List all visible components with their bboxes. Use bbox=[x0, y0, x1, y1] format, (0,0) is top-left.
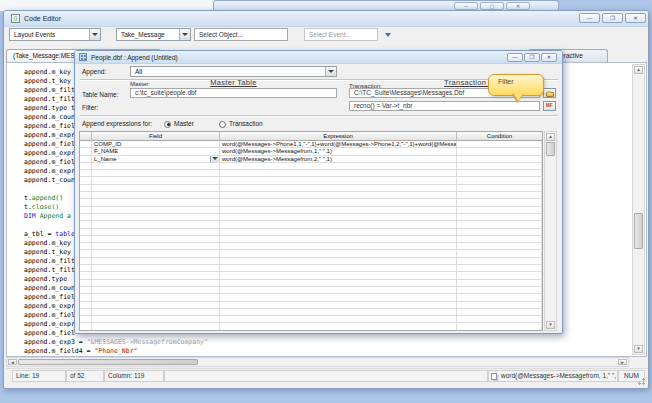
grid-cell-field[interactable] bbox=[92, 199, 220, 206]
grid-cell-condition[interactable] bbox=[457, 170, 542, 177]
minimize-button[interactable]: — bbox=[579, 13, 600, 23]
grid-cell-condition[interactable] bbox=[457, 192, 542, 199]
grid-cell-condition[interactable] bbox=[457, 287, 542, 294]
append-mode-combo[interactable]: All bbox=[130, 66, 337, 77]
table-row[interactable] bbox=[80, 170, 542, 177]
grid-cell-marker[interactable] bbox=[80, 258, 92, 265]
chevron-down-icon[interactable] bbox=[179, 29, 190, 40]
transaction-filter-field[interactable]: recno() = Var->t_nbr bbox=[349, 101, 540, 111]
table-row[interactable] bbox=[80, 265, 542, 272]
grid-cell-field[interactable] bbox=[92, 185, 220, 192]
grid-cell-marker[interactable] bbox=[80, 170, 92, 177]
grid-cell-condition[interactable] bbox=[457, 163, 542, 170]
grid-cell-expression[interactable] bbox=[220, 272, 457, 279]
table-row[interactable] bbox=[80, 258, 542, 265]
grid-cell-marker[interactable] bbox=[80, 280, 92, 287]
grid-cell-marker[interactable] bbox=[80, 287, 92, 294]
grid-cell-field[interactable]: COMP_ID bbox=[92, 141, 220, 148]
grid-cell-marker[interactable] bbox=[80, 265, 92, 272]
grid-cell-expression[interactable] bbox=[220, 207, 457, 214]
grid-cell-expression[interactable] bbox=[220, 163, 457, 170]
chevron-down-icon[interactable] bbox=[210, 156, 219, 162]
grid-cell-expression[interactable] bbox=[220, 258, 457, 265]
grid-cell-field[interactable] bbox=[92, 265, 220, 272]
grid-cell-expression[interactable] bbox=[220, 280, 457, 287]
select-event-field[interactable]: Select Event... bbox=[304, 28, 378, 41]
grid-cell-marker[interactable] bbox=[80, 199, 92, 206]
table-row[interactable] bbox=[80, 294, 542, 301]
scroll-up-button[interactable]: ▲ bbox=[546, 133, 555, 141]
grid-cell-field[interactable] bbox=[92, 170, 220, 177]
grid-cell-field[interactable]: L_Name bbox=[92, 156, 220, 163]
select-object-field[interactable]: Select Object... bbox=[194, 28, 288, 41]
grid-cell-field[interactable] bbox=[92, 280, 220, 287]
table-row[interactable]: L_Nameword(@Messages->Messagefrom,2," ",… bbox=[80, 156, 542, 163]
minimize-button[interactable]: ─ bbox=[454, 2, 478, 10]
grid-cell-expression[interactable] bbox=[220, 324, 457, 331]
grid-cell-expression[interactable] bbox=[220, 236, 457, 243]
grid-cell-expression[interactable] bbox=[220, 251, 457, 258]
close-button[interactable]: ✕ bbox=[625, 13, 646, 23]
grid-cell-marker[interactable] bbox=[80, 178, 92, 185]
scroll-up-button[interactable]: ▲ bbox=[634, 66, 643, 74]
grid-cell-field[interactable] bbox=[92, 302, 220, 309]
grid-cell-marker[interactable] bbox=[80, 272, 92, 279]
table-row[interactable] bbox=[80, 272, 542, 279]
grid-cell-expression[interactable] bbox=[220, 178, 457, 185]
table-row[interactable] bbox=[80, 302, 542, 309]
scroll-right-button[interactable]: ► bbox=[618, 359, 627, 365]
grid-cell-expression[interactable] bbox=[220, 265, 457, 272]
grid-cell-field[interactable] bbox=[92, 214, 220, 221]
open-table-button[interactable] bbox=[543, 88, 556, 98]
table-row[interactable] bbox=[80, 199, 542, 206]
grid-cell-field[interactable] bbox=[92, 178, 220, 185]
grid-cell-field[interactable] bbox=[92, 251, 220, 258]
grid-cell-marker[interactable] bbox=[80, 156, 92, 163]
grid-cell-marker[interactable] bbox=[80, 221, 92, 228]
table-row[interactable] bbox=[80, 243, 542, 250]
window-titlebar[interactable]: Code Editor — ❐ ✕ bbox=[4, 11, 648, 27]
grid-cell-expression[interactable] bbox=[220, 287, 457, 294]
resize-grip[interactable] bbox=[638, 378, 645, 385]
grid-cell-expression[interactable] bbox=[220, 199, 457, 206]
grid-cell-condition[interactable] bbox=[457, 229, 542, 236]
table-row[interactable] bbox=[80, 287, 542, 294]
grid-cell-condition[interactable] bbox=[457, 316, 542, 323]
grid-cell-expression[interactable] bbox=[220, 309, 457, 316]
grid-cell-condition[interactable] bbox=[457, 236, 542, 243]
scroll-left-button[interactable]: ◄ bbox=[8, 359, 17, 365]
grid-cell-condition[interactable] bbox=[457, 272, 542, 279]
radio-transaction[interactable] bbox=[219, 121, 226, 128]
grid-cell-expression[interactable]: word(@Messages->Messagefrom,2," ",1) bbox=[220, 156, 457, 163]
grid-cell-condition[interactable] bbox=[457, 178, 542, 185]
grid-cell-marker[interactable] bbox=[80, 214, 92, 221]
expression-grid[interactable]: Field Expression Condition COMP_IDword(@… bbox=[79, 131, 543, 331]
close-button[interactable]: ✕ bbox=[506, 2, 530, 10]
grid-cell-field[interactable] bbox=[92, 192, 220, 199]
grid-cell-field[interactable] bbox=[92, 229, 220, 236]
vscroll-thumb[interactable] bbox=[634, 213, 643, 249]
grid-cell-field[interactable] bbox=[92, 163, 220, 170]
scroll-down-button[interactable]: ▼ bbox=[634, 345, 643, 353]
grid-cell-condition[interactable] bbox=[457, 156, 542, 163]
grid-cell-field[interactable] bbox=[92, 243, 220, 250]
grid-cell-marker[interactable] bbox=[80, 163, 92, 170]
grid-cell-condition[interactable] bbox=[457, 294, 542, 301]
grid-cell-expression[interactable] bbox=[220, 221, 457, 228]
table-row[interactable] bbox=[80, 316, 542, 323]
grid-cell-condition[interactable] bbox=[457, 302, 542, 309]
radio-master[interactable] bbox=[164, 121, 171, 128]
maximize-button[interactable]: ❐ bbox=[524, 53, 540, 62]
grid-cell-expression[interactable] bbox=[220, 243, 457, 250]
grid-vscrollbar[interactable]: ▲ ▼ bbox=[544, 131, 557, 331]
grid-cell-marker[interactable] bbox=[80, 251, 92, 258]
layout-events-combo[interactable]: Layout Events bbox=[9, 28, 101, 41]
grid-cell-marker[interactable] bbox=[80, 229, 92, 236]
table-row[interactable]: COMP_IDword(@Messages->Phone1,1,"-",1)+w… bbox=[80, 141, 542, 148]
object-name-combo[interactable]: Take_Message bbox=[116, 28, 191, 41]
grid-cell-expression[interactable]: word(@Messages->Phone1,1,"-",1)+word(@Me… bbox=[220, 141, 457, 148]
grid-cell-field[interactable] bbox=[92, 272, 220, 279]
table-row[interactable]: F_NAMEword(@Messages->Messagefrom,1," ",… bbox=[80, 148, 542, 155]
grid-cell-field[interactable]: F_NAME bbox=[92, 148, 220, 155]
grid-cell-expression[interactable]: word(@Messages->Messagefrom,1," ",1) bbox=[220, 148, 457, 155]
